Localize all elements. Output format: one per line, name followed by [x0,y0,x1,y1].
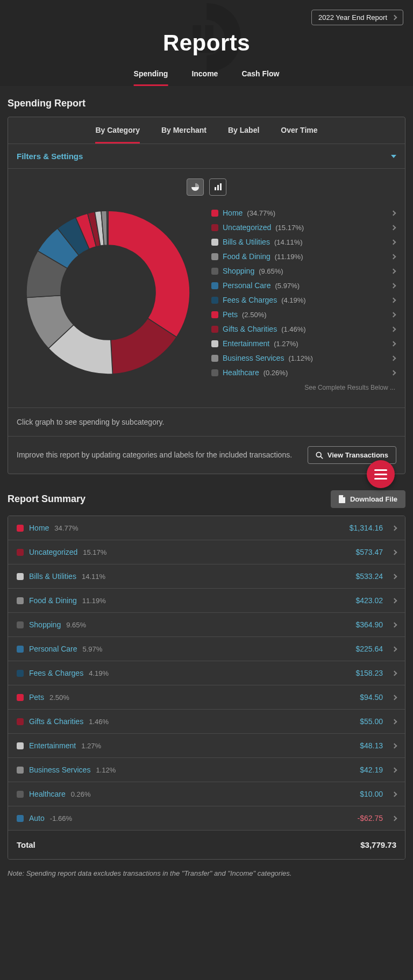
sub-tab-by-category[interactable]: By Category [95,126,139,144]
svg-rect-4 [217,185,219,190]
main-tab-income[interactable]: Income [191,64,218,86]
legend-item-business-services[interactable]: Business Services (1.12%) [210,352,396,364]
summary-name: Personal Care [29,645,77,653]
summary-row-uncategorized[interactable]: Uncategorized15.17%$573.47 [8,540,405,564]
summary-row-personal-care[interactable]: Personal Care5.97%$225.64 [8,636,405,661]
color-swatch [211,340,218,347]
legend-item-personal-care[interactable]: Personal Care (5.97%) [210,279,396,292]
legend-name: Business Services [223,354,284,362]
legend-item-food-dining[interactable]: Food & Dining (11.19%) [210,250,396,263]
chevron-right-icon [391,268,396,274]
legend-item-home[interactable]: Home (34.77%) [210,206,396,219]
pie-chart-toggle[interactable] [187,178,204,196]
summary-amount: $158.23 [355,669,383,677]
legend-item-fees-charges[interactable]: Fees & Charges (4.19%) [210,294,396,306]
file-icon [339,495,346,503]
donut-slice-home[interactable] [108,211,190,337]
legend-pct: (0.26%) [264,369,288,377]
color-swatch [17,670,24,677]
legend-name: Fees & Charges [223,296,277,304]
summary-row-pets[interactable]: Pets2.50%$94.50 [8,685,405,709]
hero: 2022 Year End Report Reports SpendingInc… [0,0,413,86]
footnote: Note: Spending report data excludes tran… [8,869,405,877]
spending-card: By CategoryBy MerchantBy LabelOver Time … [8,117,405,474]
chevron-right-icon [392,767,397,772]
bar-chart-toggle[interactable] [209,178,226,196]
summary-list: Home34.77%$1,314.16Uncategorized15.17%$5… [8,516,405,860]
legend-item-gifts-charities[interactable]: Gifts & Charities (1.46%) [210,323,396,335]
summary-pct: 4.19% [89,669,109,677]
legend-pct: (11.19%) [275,253,303,261]
legend-name: Pets [223,310,238,319]
summary-row-gifts-charities[interactable]: Gifts & Charities1.46%$55.00 [8,709,405,733]
download-file-button[interactable]: Download File [331,490,405,508]
summary-name: Gifts & Charities [29,717,83,726]
sub-tab-over-time[interactable]: Over Time [281,126,317,144]
filters-settings-toggle[interactable]: Filters & Settings [8,144,405,169]
chevron-right-icon [392,816,397,821]
legend-name: Personal Care [223,281,271,290]
chevron-right-icon [391,312,396,317]
color-swatch [17,767,24,774]
summary-row-fees-charges[interactable]: Fees & Charges4.19%$158.23 [8,661,405,685]
download-file-label: Download File [350,495,397,503]
summary-pct: 2.50% [49,693,69,702]
color-swatch [17,549,24,556]
summary-row-auto[interactable]: Auto-1.66%-$62.75 [8,806,405,830]
main-tab-cash-flow[interactable]: Cash Flow [241,64,279,86]
color-swatch [211,326,218,333]
svg-line-7 [321,456,323,459]
year-end-report-label: 2022 Year End Report [318,13,387,22]
main-tabs: SpendingIncomeCash Flow [134,64,280,86]
svg-rect-3 [215,187,216,190]
legend-item-bills-utilities[interactable]: Bills & Utilities (14.11%) [210,235,396,248]
legend-item-entertainment[interactable]: Entertainment (1.27%) [210,337,396,350]
donut-slice-healthcare[interactable] [107,211,108,245]
summary-name: Business Services [29,766,90,774]
summary-name: Healthcare [29,790,66,798]
color-swatch [17,694,24,701]
sub-tab-by-merchant[interactable]: By Merchant [161,126,206,144]
svg-rect-5 [220,183,222,190]
legend-pct: (15.17%) [275,224,304,232]
summary-row-shopping[interactable]: Shopping9.65%$364.90 [8,612,405,636]
legend-item-shopping[interactable]: Shopping (9.65%) [210,264,396,277]
year-end-report-button[interactable]: 2022 Year End Report [311,10,403,25]
summary-pct: 14.11% [82,573,105,581]
summary-row-healthcare[interactable]: Healthcare0.26%$10.00 [8,782,405,806]
summary-row-entertainment[interactable]: Entertainment1.27%$48.13 [8,733,405,757]
color-swatch [211,355,218,362]
legend-name: Entertainment [223,339,269,348]
main-tab-spending[interactable]: Spending [134,64,168,86]
summary-pct: 9.65% [66,621,86,629]
color-swatch [17,597,24,604]
sub-tab-by-label[interactable]: By Label [228,126,259,144]
color-swatch [211,268,218,275]
fab-menu-button[interactable] [367,460,395,488]
summary-pct: 1.27% [81,742,101,750]
summary-amount: $1,314.16 [350,524,383,532]
legend-item-healthcare[interactable]: Healthcare (0.26%) [210,366,396,379]
summary-row-food-dining[interactable]: Food & Dining11.19%$423.02 [8,588,405,612]
legend-name: Bills & Utilities [223,238,270,246]
summary-row-bills-utilities[interactable]: Bills & Utilities14.11%$533.24 [8,564,405,588]
summary-amount: -$62.75 [358,814,383,822]
caret-down-icon [391,155,396,158]
summary-amount: $94.50 [360,693,383,702]
legend-item-uncategorized[interactable]: Uncategorized (15.17%) [210,221,396,234]
legend-more-link[interactable]: See Complete Results Below ... [210,381,396,395]
pie-chart-icon [191,183,200,191]
summary-row-business-services[interactable]: Business Services1.12%$42.19 [8,757,405,782]
color-swatch [211,369,218,376]
legend-item-pets[interactable]: Pets (2.50%) [210,308,396,321]
color-swatch [211,253,218,260]
legend-name: Home [223,209,243,217]
chevron-right-icon [392,598,397,603]
legend-pct: (1.12%) [288,354,313,362]
total-label: Total [17,840,35,849]
color-swatch [17,573,24,580]
chart-hint: Click graph to see spending by subcatego… [8,407,405,436]
legend-name: Uncategorized [223,223,271,232]
summary-row-home[interactable]: Home34.77%$1,314.16 [8,516,405,540]
donut-chart[interactable] [17,206,200,378]
